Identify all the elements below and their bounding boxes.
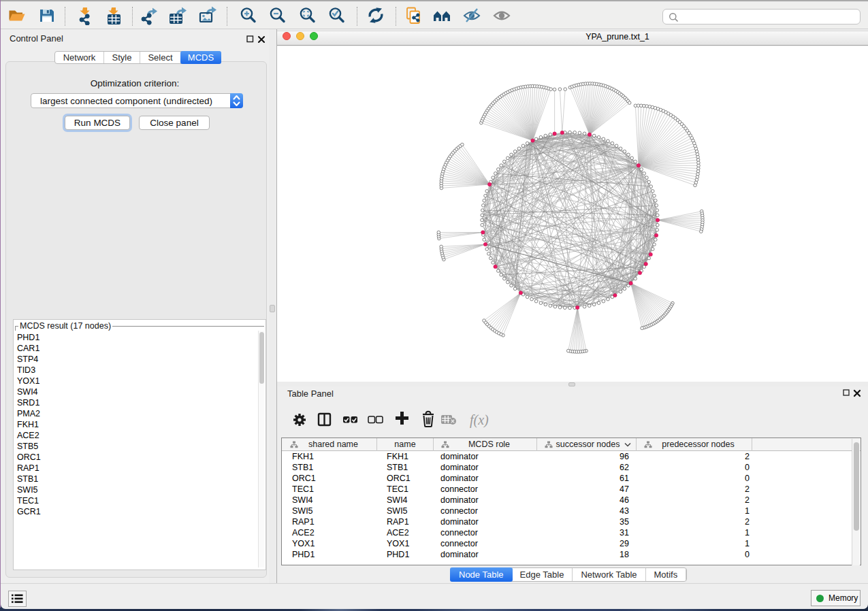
svg-text:f(x): f(x) — [470, 412, 489, 428]
